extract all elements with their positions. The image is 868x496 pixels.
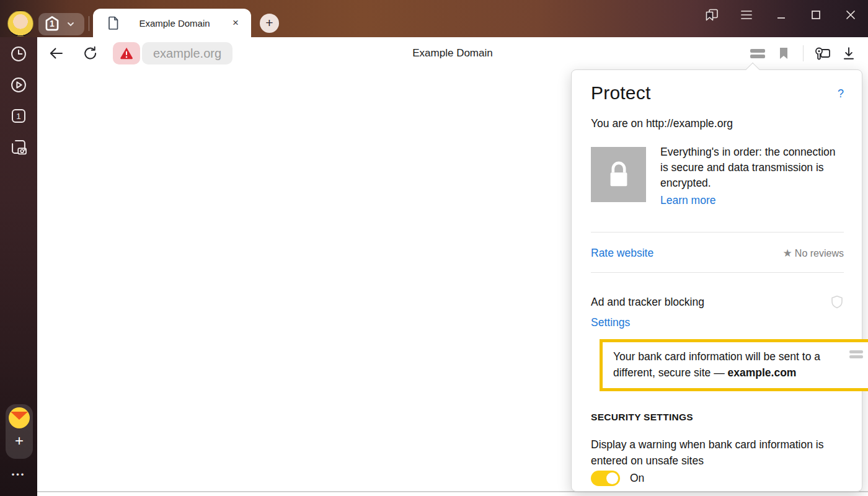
ad-blocking-label: Ad and tracker blocking xyxy=(591,296,704,309)
screenshot-icon[interactable] xyxy=(8,136,29,157)
minimize-button[interactable] xyxy=(764,0,799,30)
tab-strip: 1 Example Domain × + xyxy=(0,0,868,37)
help-link[interactable]: ? xyxy=(838,87,844,100)
sidebar: 1 + ••• xyxy=(0,37,37,496)
history-icon[interactable] xyxy=(8,43,29,64)
rate-website-link[interactable]: Rate website xyxy=(591,247,653,260)
toolbar-separator xyxy=(803,45,804,61)
address-bar[interactable]: example.org xyxy=(142,42,232,64)
mail-icon[interactable] xyxy=(9,407,30,428)
security-settings-header: SECURITY SETTINGS xyxy=(591,412,693,423)
side-panel-toggle-icon[interactable] xyxy=(694,0,729,30)
active-tab[interactable]: Example Domain × xyxy=(93,9,251,37)
bank-warning-highlight[interactable]: Your bank card information will be sent … xyxy=(600,339,868,391)
back-icon[interactable] xyxy=(43,41,68,66)
bookmark-icon[interactable] xyxy=(773,43,794,64)
warning-setting-label: Display a warning when bank card informa… xyxy=(591,436,839,469)
reviews-label: No reviews xyxy=(795,248,844,259)
star-icon: ★ xyxy=(783,247,792,260)
lock-status-tile xyxy=(591,147,646,202)
tab-group-counter[interactable]: 1 xyxy=(38,13,84,35)
reload-icon[interactable] xyxy=(78,41,103,66)
download-icon[interactable] xyxy=(838,43,859,64)
protect-panel-icon[interactable] xyxy=(747,43,768,64)
learn-more-link[interactable]: Learn more xyxy=(660,194,716,207)
browser-window: 1 Example Domain × + xyxy=(0,0,868,496)
bank-warning-text: Your bank card information will be sent … xyxy=(613,348,843,381)
toggle-state-label: On xyxy=(630,472,644,485)
protect-panel: Protect ? You are on http://example.org … xyxy=(571,69,862,492)
user-avatar[interactable] xyxy=(7,11,33,37)
add-widget-button[interactable]: + xyxy=(15,432,24,450)
sidebar-more-icon[interactable]: ••• xyxy=(0,470,37,479)
page-icon xyxy=(107,16,120,30)
close-button[interactable] xyxy=(833,0,868,30)
divider xyxy=(591,232,844,232)
tab-counter-house-icon: 1 xyxy=(38,13,66,35)
media-play-icon[interactable] xyxy=(8,74,29,95)
connection-status-text: Everything's in order: the connection is… xyxy=(660,144,844,191)
divider xyxy=(591,272,844,273)
tab-manager-icon[interactable]: 1 xyxy=(8,105,29,126)
menu-icon[interactable] xyxy=(729,0,764,30)
sidebar-tab-count: 1 xyxy=(16,112,20,121)
reviews-status: ★ No reviews xyxy=(783,247,844,260)
protect-bars-icon xyxy=(849,348,863,381)
window-controls xyxy=(694,0,868,30)
security-warning-badge[interactable] xyxy=(113,42,140,64)
sidebar-dock: + xyxy=(6,404,33,459)
current-site-line: You are on http://example.org xyxy=(591,117,733,130)
new-tab-button[interactable]: + xyxy=(260,14,279,33)
adblock-settings-link[interactable]: Settings xyxy=(591,316,630,329)
url-text: example.org xyxy=(153,46,221,61)
warning-triangle-icon xyxy=(119,46,134,60)
toggle-knob xyxy=(606,472,618,484)
shield-icon xyxy=(830,294,844,309)
toolbar-right xyxy=(747,37,859,69)
warning-toggle[interactable] xyxy=(591,471,620,486)
tab-count: 1 xyxy=(50,19,55,29)
tab-strip-separator xyxy=(89,16,89,31)
tab-title: Example Domain xyxy=(120,18,229,29)
panel-title: Protect xyxy=(591,82,650,104)
bank-warning-dash: — xyxy=(714,366,727,379)
lock-icon xyxy=(604,159,633,191)
maximize-button[interactable] xyxy=(799,0,833,30)
chevron-down-icon[interactable] xyxy=(66,19,76,29)
wallet-passwords-icon[interactable] xyxy=(812,43,833,64)
toolbar: example.org Example Domain xyxy=(37,37,868,69)
bank-warning-site: example.com xyxy=(728,366,797,379)
tab-close-icon[interactable]: × xyxy=(229,16,242,30)
